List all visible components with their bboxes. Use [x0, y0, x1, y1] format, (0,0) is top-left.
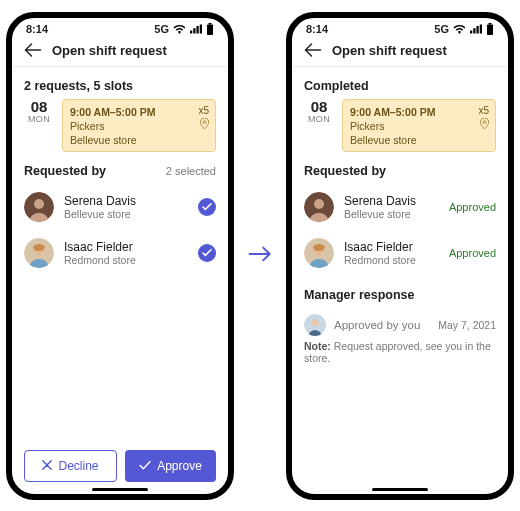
list-item[interactable]: Serena DavisBellevue store	[24, 184, 216, 230]
shift-row: 08 MON 9:00 AM–5:00 PM Pickers Bellevue …	[24, 99, 216, 153]
svg-rect-6	[487, 24, 493, 35]
arrow-right-icon	[248, 245, 272, 266]
location-icon	[200, 118, 209, 132]
battery-icon	[206, 23, 214, 35]
status-bar: 8:14 5G	[12, 18, 228, 37]
list-item[interactable]: Serena DavisBellevue store Approved	[304, 184, 496, 230]
svg-point-13	[311, 319, 318, 326]
approve-button[interactable]: Approve	[125, 450, 216, 482]
svg-rect-7	[489, 23, 492, 25]
battery-icon	[486, 23, 494, 35]
svg-rect-0	[207, 24, 213, 35]
manager-response-header: Manager response	[304, 276, 496, 308]
page-title: Open shift request	[52, 43, 167, 58]
selected-count: 2 selected	[166, 165, 216, 177]
location-icon	[480, 118, 489, 132]
signal-icon	[470, 24, 482, 34]
decline-button[interactable]: Decline	[24, 450, 117, 482]
back-icon[interactable]	[304, 43, 322, 57]
shift-date: 08 MON	[304, 99, 334, 153]
shift-card[interactable]: 9:00 AM–5:00 PM Pickers Bellevue store x…	[62, 99, 216, 153]
avatar	[304, 314, 326, 336]
clock: 8:14	[306, 23, 328, 35]
home-indicator	[372, 488, 428, 491]
phone-after: 8:14 5G Open shift request Completed 08 …	[286, 12, 514, 500]
network-label: 5G	[434, 23, 449, 35]
avatar	[304, 238, 334, 268]
manager-response-row: Approved by you May 7, 2021	[304, 308, 496, 338]
shift-row: 08 MON 9:00 AM–5:00 PM Pickers Bellevue …	[304, 99, 496, 153]
shift-date: 08 MON	[24, 99, 54, 153]
requested-by-header: Requested by 2 selected	[24, 152, 216, 184]
avatar	[24, 238, 54, 268]
list-item[interactable]: Isaac FielderRedmond store	[24, 230, 216, 276]
status-bar: 8:14 5G	[292, 18, 508, 37]
status-badge: Approved	[449, 201, 496, 213]
requested-by-header: Requested by	[304, 152, 496, 184]
status-badge: Approved	[449, 247, 496, 259]
list-item[interactable]: Isaac FielderRedmond store Approved	[304, 230, 496, 276]
shift-card[interactable]: 9:00 AM–5:00 PM Pickers Bellevue store x…	[342, 99, 496, 153]
signal-icon	[190, 24, 202, 34]
summary-line: Completed	[304, 67, 496, 99]
checkmark-icon[interactable]	[198, 244, 216, 262]
home-indicator	[92, 488, 148, 491]
avatar	[304, 192, 334, 222]
page-title: Open shift request	[332, 43, 447, 58]
response-date: May 7, 2021	[438, 319, 496, 331]
stage: 8:14 5G Open shift request 2 requests, 5…	[0, 0, 520, 511]
response-note: Note: Request approved, see you in the s…	[304, 338, 496, 364]
close-icon	[42, 459, 52, 473]
svg-rect-1	[209, 23, 212, 25]
clock: 8:14	[26, 23, 48, 35]
phone-before: 8:14 5G Open shift request 2 requests, 5…	[6, 12, 234, 500]
action-bar: Decline Approve	[12, 450, 228, 482]
back-icon[interactable]	[24, 43, 42, 57]
network-label: 5G	[154, 23, 169, 35]
check-icon	[139, 459, 151, 473]
page-header: Open shift request	[12, 37, 228, 67]
wifi-icon	[173, 24, 186, 34]
checkmark-icon[interactable]	[198, 198, 216, 216]
page-header: Open shift request	[292, 37, 508, 67]
svg-point-9	[314, 199, 324, 209]
avatar	[24, 192, 54, 222]
summary-line: 2 requests, 5 slots	[24, 67, 216, 99]
wifi-icon	[453, 24, 466, 34]
slot-count: x5	[198, 104, 209, 118]
slot-count: x5	[478, 104, 489, 118]
svg-point-3	[34, 199, 44, 209]
